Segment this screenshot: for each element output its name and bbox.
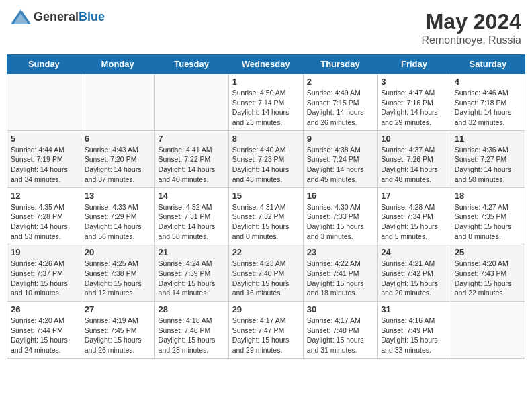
calendar-cell: 6Sunrise: 4:43 AM Sunset: 7:20 PM Daylig… [81,130,154,187]
day-info: Sunrise: 4:38 AM Sunset: 7:24 PM Dayligh… [307,145,373,185]
day-info: Sunrise: 4:20 AM Sunset: 7:44 PM Dayligh… [11,316,77,355]
day-number: 23 [307,247,373,257]
day-number: 7 [159,134,225,144]
day-info: Sunrise: 4:25 AM Sunset: 7:38 PM Dayligh… [85,259,151,298]
calendar-cell [7,74,81,131]
day-number: 15 [232,191,300,201]
calendar-cell: 23Sunrise: 4:22 AM Sunset: 7:41 PM Dayli… [303,244,377,302]
day-number: 31 [381,304,447,314]
calendar-cell: 7Sunrise: 4:41 AM Sunset: 7:22 PM Daylig… [154,130,228,187]
day-number: 14 [159,191,225,201]
calendar-cell: 24Sunrise: 4:21 AM Sunset: 7:42 PM Dayli… [378,244,451,302]
day-number: 3 [381,77,447,87]
day-number: 2 [307,77,373,87]
calendar-cell: 22Sunrise: 4:23 AM Sunset: 7:40 PM Dayli… [228,244,303,302]
calendar-cell: 12Sunrise: 4:35 AM Sunset: 7:28 PM Dayli… [7,187,81,244]
day-info: Sunrise: 4:35 AM Sunset: 7:28 PM Dayligh… [11,202,77,242]
day-info: Sunrise: 4:19 AM Sunset: 7:45 PM Dayligh… [85,316,151,355]
day-number: 8 [232,134,300,144]
day-info: Sunrise: 4:17 AM Sunset: 7:47 PM Dayligh… [232,316,300,355]
day-number: 19 [11,247,77,257]
day-number: 1 [232,77,300,87]
calendar-cell: 18Sunrise: 4:27 AM Sunset: 7:35 PM Dayli… [451,187,525,244]
day-info: Sunrise: 4:30 AM Sunset: 7:33 PM Dayligh… [307,202,373,242]
day-number: 4 [455,77,521,87]
calendar-cell: 8Sunrise: 4:40 AM Sunset: 7:23 PM Daylig… [228,130,303,187]
day-number: 25 [455,247,521,257]
calendar-cell: 9Sunrise: 4:38 AM Sunset: 7:24 PM Daylig… [303,130,377,187]
day-number: 12 [11,191,77,201]
calendar-cell: 5Sunrise: 4:44 AM Sunset: 7:19 PM Daylig… [7,130,81,187]
day-number: 5 [11,134,77,144]
day-number: 22 [232,247,300,257]
day-info: Sunrise: 4:49 AM Sunset: 7:15 PM Dayligh… [307,88,373,128]
calendar-cell: 13Sunrise: 4:33 AM Sunset: 7:29 PM Dayli… [81,187,154,244]
day-number: 13 [85,191,151,201]
calendar-cell: 30Sunrise: 4:17 AM Sunset: 7:48 PM Dayli… [303,302,377,359]
column-header-monday: Monday [81,55,154,74]
day-number: 16 [307,191,373,201]
day-number: 24 [381,247,447,257]
day-info: Sunrise: 4:37 AM Sunset: 7:26 PM Dayligh… [381,145,447,185]
day-info: Sunrise: 4:18 AM Sunset: 7:46 PM Dayligh… [159,316,225,355]
day-info: Sunrise: 4:50 AM Sunset: 7:14 PM Dayligh… [232,88,300,128]
calendar-cell: 16Sunrise: 4:30 AM Sunset: 7:33 PM Dayli… [303,187,377,244]
day-info: Sunrise: 4:44 AM Sunset: 7:19 PM Dayligh… [11,145,77,185]
day-info: Sunrise: 4:22 AM Sunset: 7:41 PM Dayligh… [307,259,373,298]
calendar-cell: 21Sunrise: 4:24 AM Sunset: 7:39 PM Dayli… [154,244,228,302]
main-title: May 2024 [421,9,521,34]
page-header: GeneralBlue May 2024 Remontnoye, Russia [7,7,525,49]
calendar-table: SundayMondayTuesdayWednesdayThursdayFrid… [7,54,525,359]
day-info: Sunrise: 4:23 AM Sunset: 7:40 PM Dayligh… [232,259,300,298]
calendar-cell: 26Sunrise: 4:20 AM Sunset: 7:44 PM Dayli… [7,302,81,359]
column-header-saturday: Saturday [451,55,525,74]
day-number: 29 [232,304,300,314]
title-block: May 2024 Remontnoye, Russia [421,9,521,46]
day-info: Sunrise: 4:20 AM Sunset: 7:43 PM Dayligh… [455,259,521,298]
subtitle: Remontnoye, Russia [421,34,521,46]
day-info: Sunrise: 4:17 AM Sunset: 7:48 PM Dayligh… [307,316,373,355]
calendar-cell: 15Sunrise: 4:31 AM Sunset: 7:32 PM Dayli… [228,187,303,244]
day-info: Sunrise: 4:46 AM Sunset: 7:18 PM Dayligh… [455,88,521,128]
calendar-cell: 19Sunrise: 4:26 AM Sunset: 7:37 PM Dayli… [7,244,81,302]
day-info: Sunrise: 4:24 AM Sunset: 7:39 PM Dayligh… [159,259,225,298]
day-info: Sunrise: 4:36 AM Sunset: 7:27 PM Dayligh… [455,145,521,185]
day-info: Sunrise: 4:26 AM Sunset: 7:37 PM Dayligh… [11,259,77,298]
column-header-friday: Friday [378,55,451,74]
calendar-cell: 17Sunrise: 4:28 AM Sunset: 7:34 PM Dayli… [378,187,451,244]
day-number: 27 [85,304,151,314]
day-info: Sunrise: 4:33 AM Sunset: 7:29 PM Dayligh… [85,202,151,242]
column-header-thursday: Thursday [303,55,377,74]
calendar-cell: 3Sunrise: 4:47 AM Sunset: 7:16 PM Daylig… [378,74,451,131]
calendar-cell: 11Sunrise: 4:36 AM Sunset: 7:27 PM Dayli… [451,130,525,187]
day-number: 18 [455,191,521,201]
day-info: Sunrise: 4:43 AM Sunset: 7:20 PM Dayligh… [85,145,151,185]
calendar-cell: 10Sunrise: 4:37 AM Sunset: 7:26 PM Dayli… [378,130,451,187]
day-info: Sunrise: 4:28 AM Sunset: 7:34 PM Dayligh… [381,202,447,242]
day-number: 10 [381,134,447,144]
day-number: 20 [85,247,151,257]
calendar-week-2: 5Sunrise: 4:44 AM Sunset: 7:19 PM Daylig… [7,130,525,187]
day-number: 11 [455,134,521,144]
logo: GeneralBlue [11,9,105,24]
day-info: Sunrise: 4:21 AM Sunset: 7:42 PM Dayligh… [381,259,447,298]
calendar-cell: 25Sunrise: 4:20 AM Sunset: 7:43 PM Dayli… [451,244,525,302]
calendar-cell: 4Sunrise: 4:46 AM Sunset: 7:18 PM Daylig… [451,74,525,131]
day-info: Sunrise: 4:16 AM Sunset: 7:49 PM Dayligh… [381,316,447,355]
calendar-cell: 14Sunrise: 4:32 AM Sunset: 7:31 PM Dayli… [154,187,228,244]
calendar-cell: 31Sunrise: 4:16 AM Sunset: 7:49 PM Dayli… [378,302,451,359]
day-number: 6 [85,134,151,144]
day-number: 30 [307,304,373,314]
logo-icon [11,9,31,24]
day-info: Sunrise: 4:41 AM Sunset: 7:22 PM Dayligh… [159,145,225,185]
calendar-cell: 20Sunrise: 4:25 AM Sunset: 7:38 PM Dayli… [81,244,154,302]
column-header-tuesday: Tuesday [154,55,228,74]
logo-text-general: General [34,10,79,24]
calendar-week-5: 26Sunrise: 4:20 AM Sunset: 7:44 PM Dayli… [7,302,525,359]
logo-text-blue: Blue [79,10,105,24]
day-info: Sunrise: 4:32 AM Sunset: 7:31 PM Dayligh… [159,202,225,242]
calendar-week-1: 1Sunrise: 4:50 AM Sunset: 7:14 PM Daylig… [7,74,525,131]
day-info: Sunrise: 4:27 AM Sunset: 7:35 PM Dayligh… [455,202,521,242]
day-number: 21 [159,247,225,257]
day-number: 26 [11,304,77,314]
